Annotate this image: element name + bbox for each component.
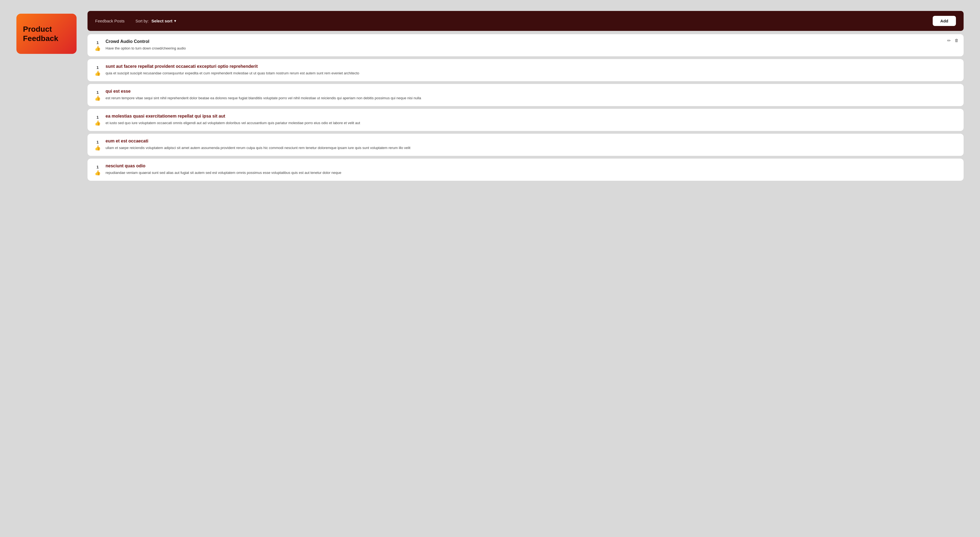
card-content: sunt aut facere repellat provident occae… [105, 64, 958, 76]
card-body: 1 👍 ea molestias quasi exercitationem re… [94, 114, 958, 126]
card-body: 1 👍 nesciunt quas odio repudiandae venia… [94, 164, 958, 176]
card-content: eum et est occaecati ullam et saepe reic… [105, 139, 958, 151]
header-bar: Feedback Posts Sort by: Select sort Add [88, 11, 964, 31]
vote-section: 1 👍 [94, 139, 102, 151]
delete-icon[interactable] [955, 38, 959, 43]
sort-select-button[interactable]: Select sort [151, 19, 176, 23]
brand-card: Product Feedback [16, 14, 76, 54]
card-title: eum et est occaecati [105, 139, 941, 143]
brand-title: Product Feedback [23, 25, 70, 43]
vote-section: 1 👍 [94, 39, 102, 51]
card-description: et iusto sed quo iure voluptatem occaeca… [105, 120, 941, 126]
edit-icon[interactable] [947, 38, 951, 43]
feedback-card: 1 👍 nesciunt quas odio repudiandae venia… [88, 159, 964, 181]
card-body: 1 👍 Crowd Audio Control Have the option … [94, 39, 958, 51]
vote-count: 1 [97, 115, 99, 119]
card-description: est rerum tempore vitae sequi sint nihil… [105, 95, 941, 101]
card-content: qui est esse est rerum tempore vitae seq… [105, 89, 958, 101]
feedback-card: 1 👍 qui est esse est rerum tempore vitae… [88, 84, 964, 106]
vote-count: 1 [97, 65, 99, 70]
add-button[interactable]: Add [933, 16, 956, 26]
feedback-card: 1 👍 eum et est occaecati ullam et saepe … [88, 134, 964, 156]
vote-count: 1 [97, 140, 99, 145]
card-body: 1 👍 qui est esse est rerum tempore vitae… [94, 89, 958, 101]
vote-section: 1 👍 [94, 64, 102, 76]
vote-section: 1 👍 [94, 114, 102, 126]
thumb-icon[interactable]: 👍 [95, 70, 100, 76]
vote-count: 1 [97, 90, 99, 95]
card-description: repudiandae veniam quaerat sunt sed alia… [105, 170, 941, 176]
feedback-posts-label: Feedback Posts [95, 19, 125, 23]
feedback-card: 1 👍 sunt aut facere repellat provident o… [88, 59, 964, 81]
card-description: Have the option to turn down crowd/cheer… [105, 46, 941, 51]
card-actions [947, 38, 959, 43]
thumb-icon[interactable]: 👍 [95, 95, 100, 101]
sort-container: Sort by: Select sort [135, 19, 176, 23]
card-content: Crowd Audio Control Have the option to t… [105, 39, 958, 51]
card-body: 1 👍 sunt aut facere repellat provident o… [94, 64, 958, 76]
card-body: 1 👍 eum et est occaecati ullam et saepe … [94, 139, 958, 151]
card-content: nesciunt quas odio repudiandae veniam qu… [105, 164, 958, 176]
feedback-card: 1 👍 ea molestias quasi exercitationem re… [88, 109, 964, 131]
left-panel: Product Feedback [16, 14, 76, 54]
thumb-icon[interactable]: 👍 [95, 45, 100, 51]
card-description: quia et suscipit suscipit recusandae con… [105, 70, 941, 76]
card-title: ea molestias quasi exercitationem repell… [105, 114, 941, 119]
sort-by-label: Sort by: [135, 19, 149, 23]
vote-section: 1 👍 [94, 89, 102, 101]
vote-section: 1 👍 [94, 164, 102, 176]
header-left: Feedback Posts Sort by: Select sort [95, 19, 176, 23]
card-title: sunt aut facere repellat provident occae… [105, 64, 941, 69]
card-content: ea molestias quasi exercitationem repell… [105, 114, 958, 126]
thumb-icon[interactable]: 👍 [95, 120, 100, 126]
card-title: qui est esse [105, 89, 941, 94]
vote-count: 1 [97, 165, 99, 169]
thumb-icon[interactable]: 👍 [95, 170, 100, 176]
feedback-list: 1 👍 Crowd Audio Control Have the option … [88, 34, 964, 181]
vote-count: 1 [97, 40, 99, 45]
feedback-card: 1 👍 Crowd Audio Control Have the option … [88, 34, 964, 56]
card-title: nesciunt quas odio [105, 164, 941, 168]
right-panel: Feedback Posts Sort by: Select sort Add … [88, 11, 964, 181]
thumb-icon[interactable]: 👍 [95, 145, 100, 151]
card-description: ullam et saepe reiciendis voluptatem adi… [105, 145, 941, 151]
card-title: Crowd Audio Control [105, 39, 941, 44]
